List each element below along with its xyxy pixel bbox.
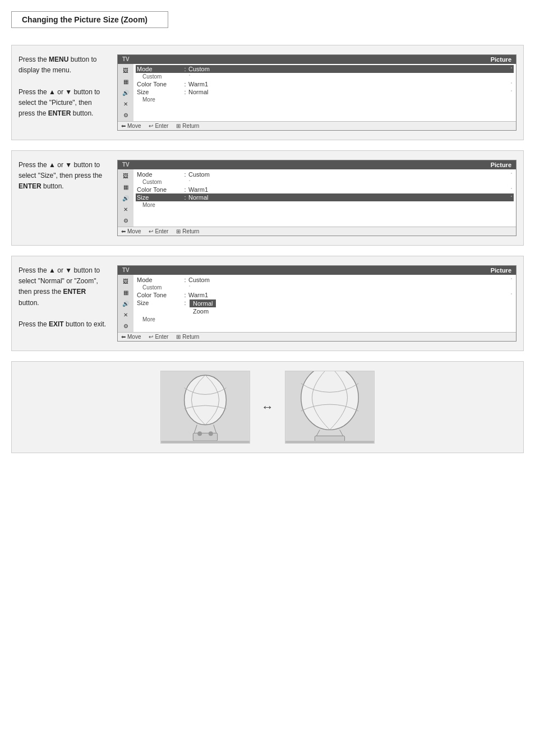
tv-header-title-3: Picture <box>491 267 511 274</box>
tv-menu-items-1: Mode : Custom ˄ Custom ˄ Color Tone : Wa… <box>133 64 516 121</box>
icon-display-1: ▦ <box>120 76 131 86</box>
instruction-text-3: Press the ▲ or ▼ button to select "Norma… <box>19 265 108 330</box>
svg-rect-12 <box>315 436 344 441</box>
tv-menu-footer-3: ⬅ Move ↩ Enter ⊞ Return <box>118 332 516 341</box>
menu-row-more-1: More <box>136 96 514 103</box>
menu-row-custom-3: Custom ˄ <box>136 284 514 291</box>
menu-row-size-2: Size : Normal ˄ <box>136 193 514 201</box>
icon-lock-2: ✕ <box>120 204 131 214</box>
menu-row-size-3: Size : Normal Zoom <box>136 299 514 316</box>
menu-row-more-3: More <box>136 316 514 323</box>
tv-header-title-2: Picture <box>491 162 511 168</box>
menu-row-mode-1: Mode : Custom ˄ <box>136 65 514 73</box>
icon-lock-3: ✕ <box>120 310 131 320</box>
tv-icons-3: 🖼 ▦ 🔊 ✕ ⚙ <box>118 275 133 332</box>
icon-sound-2: 🔊 <box>120 193 131 203</box>
page-title: Changing the Picture Size (Zoom) <box>22 15 147 24</box>
menu-row-colortone-3: Color Tone : Warm1 ˄ <box>136 291 514 299</box>
tv-icons-2: 🖼 ▦ 🔊 ✕ ⚙ <box>118 169 133 227</box>
balloon-zoom-svg <box>285 371 374 443</box>
move-label-1: Move <box>127 123 141 129</box>
enter-label-2: Enter <box>155 228 168 234</box>
tv-menu-2: TV Picture 🖼 ▦ 🔊 ✕ ⚙ Mode : Custom ˄ Cus… <box>117 160 516 236</box>
balloon-left <box>160 371 250 444</box>
menu-row-colortone-1: Color Tone : Warm1 ˄ <box>136 80 514 88</box>
svg-rect-4 <box>193 433 217 441</box>
menu-row-mode-3: Mode : Custom ˄ <box>136 276 514 284</box>
tv-menu-items-3: Mode : Custom ˄ Custom ˄ Color Tone : Wa… <box>133 275 516 332</box>
tv-label-3: TV <box>122 267 130 274</box>
instruction-block-2: Press the ▲ or ▼ button to select "Size"… <box>11 150 524 246</box>
tv-menu-footer-1: ⬅ Move ↩ Enter ⊞ Return <box>118 121 516 130</box>
icon-settings-1: ⚙ <box>120 110 131 120</box>
icon-picture-1: 🖼 <box>120 65 131 75</box>
move-label-3: Move <box>127 334 141 340</box>
enter-label-1: Enter <box>155 123 168 129</box>
icon-sound-3: 🔊 <box>120 298 131 308</box>
return-label-3: Return <box>182 334 199 340</box>
enter-icon-3: ↩ <box>149 334 153 340</box>
icon-lock-1: ✕ <box>120 99 131 109</box>
instruction-block-1: Press the MENU button to display the men… <box>11 45 524 140</box>
menu-row-size-1: Size : Normal ˄ <box>136 88 514 96</box>
icon-picture-3: 🖼 <box>120 276 131 286</box>
dropdown-zoom[interactable]: Zoom <box>190 307 216 315</box>
tv-menu-header-2: TV Picture <box>118 160 516 169</box>
tv-menu-3: TV Picture 🖼 ▦ 🔊 ✕ ⚙ Mode : Custom ˄ Cus… <box>117 265 516 342</box>
page-title-box: Changing the Picture Size (Zoom) <box>11 11 168 28</box>
svg-point-9 <box>301 371 358 430</box>
return-label-1: Return <box>182 123 199 129</box>
svg-rect-7 <box>161 441 250 443</box>
balloon-normal-svg <box>161 371 250 443</box>
instruction-block-3: Press the ▲ or ▼ button to select "Norma… <box>11 256 524 351</box>
svg-point-6 <box>209 431 213 436</box>
move-label-2: Move <box>127 228 141 234</box>
balloon-right <box>285 371 375 444</box>
svg-rect-13 <box>285 441 374 443</box>
tv-menu-items-2: Mode : Custom ˄ Custom ˄ Color Tone : Wa… <box>133 169 516 227</box>
enter-icon-2: ↩ <box>149 228 153 234</box>
menu-row-mode-2: Mode : Custom ˄ <box>136 170 514 178</box>
tv-label-2: TV <box>122 162 130 168</box>
menu-row-custom-1: Custom ˄ <box>136 73 514 80</box>
menu-row-more-2: More <box>136 201 514 209</box>
instruction-text-1: Press the MENU button to display the men… <box>19 54 108 119</box>
move-icon-1: ⬅ <box>121 123 126 129</box>
enter-label-3: Enter <box>155 334 168 340</box>
menu-row-colortone-2: Color Tone : Warm1 ˄ <box>136 186 514 193</box>
icon-display-3: ▦ <box>120 287 131 297</box>
balloon-arrow: ↔ <box>261 400 274 414</box>
icon-settings-2: ⚙ <box>120 215 131 225</box>
icon-display-2: ▦ <box>120 182 131 192</box>
dropdown-normal[interactable]: Normal <box>190 299 216 307</box>
return-icon-2: ⊞ <box>176 228 181 234</box>
return-icon-3: ⊞ <box>176 334 181 340</box>
tv-menu-1: TV Picture 🖼 ▦ 🔊 ✕ ⚙ Mode : Custom ˄ Cus… <box>117 54 516 131</box>
move-icon-3: ⬅ <box>121 334 126 340</box>
tv-icons-1: 🖼 ▦ 🔊 ✕ ⚙ <box>118 64 133 121</box>
return-label-2: Return <box>182 228 199 234</box>
menu-row-custom-2: Custom ˄ <box>136 178 514 186</box>
move-icon-2: ⬅ <box>121 228 126 234</box>
icon-settings-3: ⚙ <box>120 321 131 331</box>
return-icon-1: ⊞ <box>176 123 181 129</box>
svg-point-1 <box>185 375 227 425</box>
tv-menu-header-1: TV Picture <box>118 55 516 64</box>
svg-point-5 <box>197 431 202 436</box>
tv-header-title-1: Picture <box>491 56 511 63</box>
balloon-section: ↔ <box>11 361 524 453</box>
tv-menu-header-3: TV Picture <box>118 266 516 275</box>
icon-picture-2: 🖼 <box>120 170 131 181</box>
tv-label-1: TV <box>122 56 130 63</box>
icon-sound-1: 🔊 <box>120 87 131 98</box>
tv-menu-footer-2: ⬅ Move ↩ Enter ⊞ Return <box>118 227 516 236</box>
instruction-text-2: Press the ▲ or ▼ button to select "Size"… <box>19 160 108 192</box>
enter-icon-1: ↩ <box>149 123 153 129</box>
